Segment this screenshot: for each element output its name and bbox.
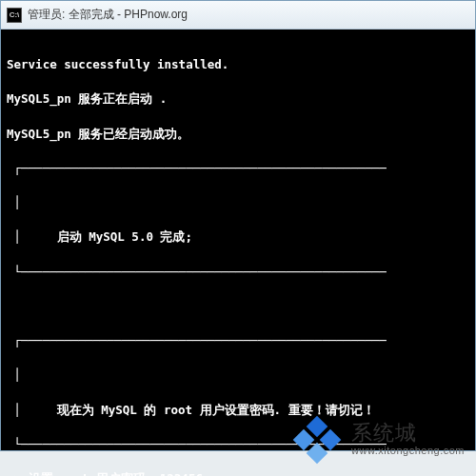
- watermark: 系统城 www.xitongcheng.com: [288, 415, 465, 463]
- titlebar[interactable]: C:\ 管理员: 全部完成 - PHPnow.org: [1, 1, 475, 30]
- output-line: MySQL5_pn 服务已经启动成功。: [7, 126, 469, 143]
- box-border: ┌───────────────────────────────────────…: [7, 160, 469, 177]
- cmd-icon: C:\: [7, 8, 22, 23]
- box-border: └───────────────────────────────────────…: [7, 264, 469, 281]
- prompt-line: -> 设置 root 用户密码: 123456: [7, 470, 469, 476]
- box-content: │: [7, 367, 469, 384]
- box-content: │ 启动 MySQL 5.0 完成;: [7, 228, 469, 246]
- watermark-logo-icon: [288, 415, 346, 463]
- watermark-name: 系统城: [351, 422, 465, 445]
- console-output[interactable]: Service successfully installed. MySQL5_p…: [1, 30, 475, 450]
- output-line: MySQL5_pn 服务正在启动 .: [7, 90, 469, 108]
- cmd-window: C:\ 管理员: 全部完成 - PHPnow.org Service succe…: [0, 0, 476, 451]
- window-title: 管理员: 全部完成 - PHPnow.org: [28, 7, 188, 23]
- blank-line: [7, 298, 469, 315]
- box-content: │: [7, 194, 469, 211]
- output-line: Service successfully installed.: [7, 56, 469, 73]
- watermark-url: www.xitongcheng.com: [351, 445, 465, 456]
- box-border: ┌───────────────────────────────────────…: [7, 332, 469, 349]
